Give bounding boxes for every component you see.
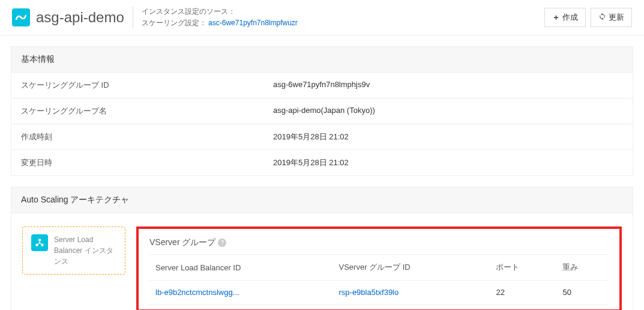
refresh-button-label: 更新	[609, 12, 624, 23]
kv-row: スケーリンググループ名 asg-api-demo(Japan (Tokyo))	[11, 99, 633, 124]
divider	[133, 7, 133, 28]
header-meta: インスタンス設定のソース： スケーリング設定： asc-6we71pyfn7n8…	[142, 6, 298, 29]
kv-value: asg-6we71pyfn7n8lmphjs9v	[263, 73, 633, 98]
meta-scaling-label: スケーリング設定：	[142, 19, 206, 27]
scaling-config-link[interactable]: asc-6we71pyfn7n8lmpfwuzr	[208, 19, 298, 27]
cell-port: 22	[490, 281, 556, 305]
page-title: asg-api-demo	[36, 9, 124, 26]
kv-label: 変更日時	[11, 150, 263, 175]
basic-info-section: 基本情報 スケーリンググループ ID asg-6we71pyfn7n8lmphj…	[11, 46, 633, 176]
app-icon	[12, 8, 30, 26]
refresh-button[interactable]: 更新	[591, 8, 632, 27]
kv-value: asg-api-demo(Japan (Tokyo))	[263, 99, 633, 124]
kv-label: スケーリンググループ名	[11, 99, 263, 124]
col-weight: 重み	[556, 255, 609, 281]
vserver-title-text: VServer グループ	[149, 237, 215, 248]
col-slb-id: Server Load Balancer ID	[149, 255, 333, 281]
kv-value: 2019年5月28日 21:02	[263, 150, 633, 175]
col-port: ポート	[490, 255, 556, 281]
vserver-table: Server Load Balancer ID VServer グループ ID …	[149, 254, 609, 305]
create-button[interactable]: ＋ 作成	[544, 8, 586, 27]
vserver-group-panel: VServer グループ ? Server Load Balancer ID V…	[136, 226, 622, 310]
architecture-title: Auto Scaling アーキテクチャ	[11, 187, 633, 213]
create-button-label: 作成	[562, 12, 578, 23]
load-balancer-icon	[31, 234, 48, 251]
kv-value: 2019年5月28日 21:02	[263, 124, 633, 150]
col-vserver-id: VServer グループ ID	[333, 255, 490, 281]
svg-point-0	[38, 239, 41, 242]
plus-icon: ＋	[552, 12, 560, 23]
slb-instance-card[interactable]: Server Load Balancer インスタンス	[22, 226, 125, 275]
meta-source-label: インスタンス設定のソース：	[142, 7, 235, 16]
kv-row: スケーリンググループ ID asg-6we71pyfn7n8lmphjs9v	[11, 73, 633, 99]
page-header: asg-api-demo インスタンス設定のソース： スケーリング設定： asc…	[0, 0, 644, 35]
architecture-section: Auto Scaling アーキテクチャ Server Load Balance…	[11, 187, 633, 310]
refresh-icon	[598, 13, 606, 22]
kv-label: 作成時刻	[11, 124, 263, 150]
kv-label: スケーリンググループ ID	[11, 73, 263, 98]
vserver-id-link[interactable]: rsp-e9bla5txf39lo	[339, 288, 399, 297]
cell-weight: 50	[556, 281, 609, 305]
help-icon[interactable]: ?	[218, 239, 226, 247]
table-row: lb-e9b2nctcmctnslwgg... rsp-e9bla5txf39l…	[149, 281, 609, 305]
slb-id-link[interactable]: lb-e9b2nctcmctnslwgg...	[155, 288, 239, 297]
kv-row: 変更日時 2019年5月28日 21:02	[11, 150, 633, 175]
basic-info-title: 基本情報	[11, 47, 633, 73]
kv-row: 作成時刻 2019年5月28日 21:02	[11, 124, 633, 150]
slb-card-label: Server Load Balancer インスタンス	[54, 234, 116, 267]
